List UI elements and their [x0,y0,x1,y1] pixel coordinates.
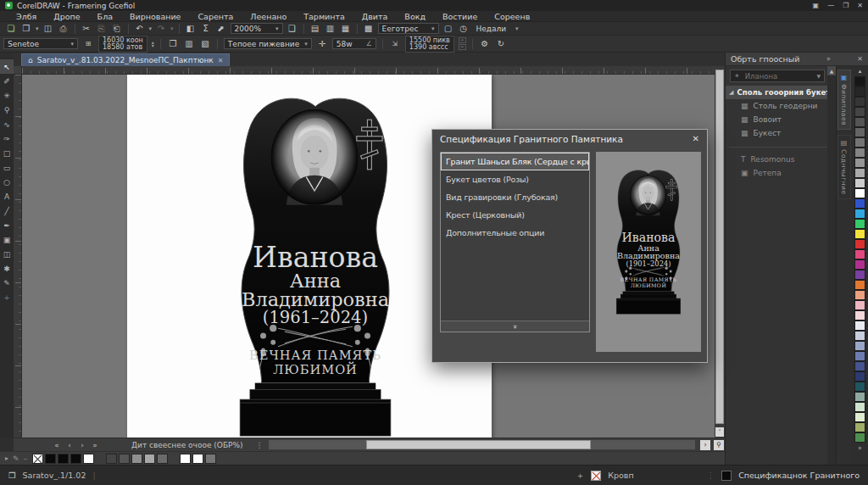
palette-swatch[interactable] [854,219,865,229]
menu-object[interactable]: Сарента [190,12,241,21]
text-tool[interactable]: A [0,189,14,203]
ellipse-tool[interactable]: ○ [0,175,14,189]
frame-mode-icon[interactable]: ❐ [167,38,179,49]
fullscreen-icon[interactable]: ❑ [287,23,298,34]
group-icon[interactable]: ▥ [183,38,195,49]
print-icon[interactable]: ⎙ [58,23,70,34]
outline-tool[interactable]: ✎ [0,276,14,290]
tray-icon[interactable]: ▣ [813,2,820,9]
open-icon[interactable]: ❒ [20,23,32,34]
palette-swatch[interactable] [854,432,865,443]
open-dropdown-icon[interactable]: ▾ [36,25,39,32]
docker-collapse-icon[interactable]: » [820,55,831,63]
vertical-scrollbar-thumb[interactable] [715,70,724,424]
copy-icon[interactable]: ⎘ [96,23,108,34]
save-icon[interactable]: ◫ [42,23,54,34]
outline-color-swatch[interactable] [721,471,732,481]
spec-item-bouquet[interactable]: Букет цветов (Розы) [441,170,589,188]
last-page-button[interactable]: » [90,441,100,449]
dialog-close-button[interactable]: ✕ [693,134,699,143]
artistic-media-tool[interactable]: ✑ [0,131,14,146]
image-frame-tool[interactable]: ▣ [0,232,14,247]
palette-swatch[interactable] [854,117,865,127]
no-fill-swatch[interactable] [591,471,601,481]
new-document-icon[interactable]: ❏ [5,23,17,34]
grid-icon-1[interactable]: ▤ [309,23,321,34]
docker-close-icon[interactable]: ✕ [850,55,863,63]
palette-swatch[interactable] [854,361,865,371]
vertical-ruler[interactable] [14,75,22,438]
scroll-down-button[interactable]: ˅ [715,427,724,437]
undo-icon[interactable]: ↶ [134,23,146,34]
fill-mode-combo[interactable]: Тепоее пижевние ▾ [224,38,312,49]
palette-swatch[interactable] [854,168,865,178]
palette-swatch[interactable] [854,382,865,392]
export-icon[interactable]: ⬈ [215,23,227,34]
zoom-tool[interactable]: ⚲ [0,103,14,117]
no-color-swatch[interactable] [32,454,43,464]
palette-swatch[interactable] [854,402,865,412]
palette-swatch[interactable] [854,107,865,117]
document-swatch[interactable] [144,454,155,464]
palette-swatch[interactable] [854,148,865,158]
document-swatch[interactable] [83,454,94,464]
height-value[interactable]: 1390 авссс [409,44,450,51]
palette-swatch[interactable] [854,270,865,280]
palette-swatch[interactable] [854,178,865,188]
horizontal-scrollbar[interactable] [269,440,695,449]
minimize-button[interactable]: — [827,2,834,9]
palette-swatch[interactable] [854,331,865,341]
docker-search-box[interactable]: ✦ ▼ [730,70,825,82]
document-tab[interactable]: ⌂ Saratov_v_.81.03.2022_MesnoeПС_Пакптюн… [21,53,230,66]
freehand-tool[interactable]: ∿ [0,117,14,131]
import-icon[interactable]: ◧ [185,23,197,34]
grid-icon-3[interactable]: ▦ [340,23,352,34]
docker-tab-2[interactable]: ▤ Соднчыгние [837,135,851,199]
monument-artwork[interactable]: Иванова Анна Владимировна (1961–2024) ВЕ… [212,92,419,438]
document-swatch[interactable] [180,454,191,464]
mirror-h-icon[interactable]: ▧ [199,38,211,49]
style-combo[interactable]: Senetoe ▾ [3,38,78,49]
sync-icon[interactable]: ↻ [495,38,507,49]
palette-swatch[interactable] [854,239,865,249]
layer-group-header[interactable]: ◢ Споль гооорния букет спюложеанный [726,86,836,99]
list-expander-button[interactable]: » [441,321,589,332]
palette-swatch[interactable] [854,188,865,198]
rotate-icon[interactable]: ✛ [316,38,328,49]
spec-item-options[interactable]: Дополнительные опции [441,224,589,242]
palette-swatch[interactable] [854,259,865,270]
grid-icon-2[interactable]: ▥ [325,23,337,34]
redo-dropdown-icon[interactable]: ▾ [170,25,174,32]
document-swatch[interactable] [205,454,216,464]
menu-table[interactable]: Вокд [397,12,433,21]
document-tab-close-icon[interactable]: ✕ [218,57,224,64]
title-bar[interactable]: CorelDRAW - Framering Gcefiol ▣ — ❐ ✕ [0,0,868,11]
dialog-title-bar[interactable]: Спецификация Гранитного Памятника ✕ [432,130,707,148]
horizontal-ruler[interactable] [22,66,715,75]
palette-expand-icon[interactable]: » [858,444,862,452]
palette-swatch[interactable] [854,209,865,219]
scroll-up-icon[interactable]: ▲ [827,66,836,75]
menu-effects[interactable]: Леенано [242,12,294,21]
redo-icon[interactable]: ↷ [155,23,167,34]
spec-item-engraving[interactable]: Вид гравировки (Глубокая) [441,188,589,206]
menu-edit[interactable]: Дропе [46,12,87,21]
menu-text[interactable]: Двита [354,12,396,21]
menu-window[interactable]: Сореенв [487,12,537,21]
placeholder-frame-tool[interactable]: ◫ [0,247,14,261]
object-size-fields[interactable]: 15500 пикв 1390 авссс [405,36,454,53]
next-page-button[interactable]: › [77,441,87,449]
pick-tool[interactable]: ↖ [0,59,14,74]
palette-swatch[interactable] [854,321,865,331]
horizontal-scrollbar-thumb[interactable] [366,440,591,449]
close-button[interactable]: ✕ [857,2,863,9]
menu-layout[interactable]: Вирнование [122,12,188,21]
document-swatch[interactable] [70,454,81,464]
frame-rect-tool[interactable]: ▭ [0,160,14,175]
line-tool[interactable]: ╱ [0,203,14,218]
specification-dialog[interactable]: Спецификация Гранитного Памятника ✕ Гран… [431,129,708,363]
search-input[interactable] [743,71,814,81]
pen-tool[interactable]: ✒ [0,218,14,232]
eyedropper-icon[interactable]: ✎ [13,454,19,463]
document-swatch[interactable] [192,454,203,464]
